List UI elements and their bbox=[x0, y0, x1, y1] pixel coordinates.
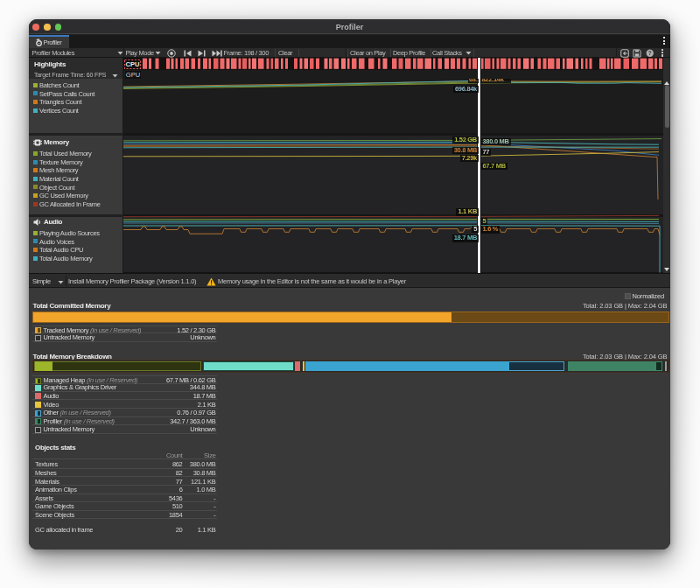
svg-text:?: ? bbox=[648, 50, 651, 56]
